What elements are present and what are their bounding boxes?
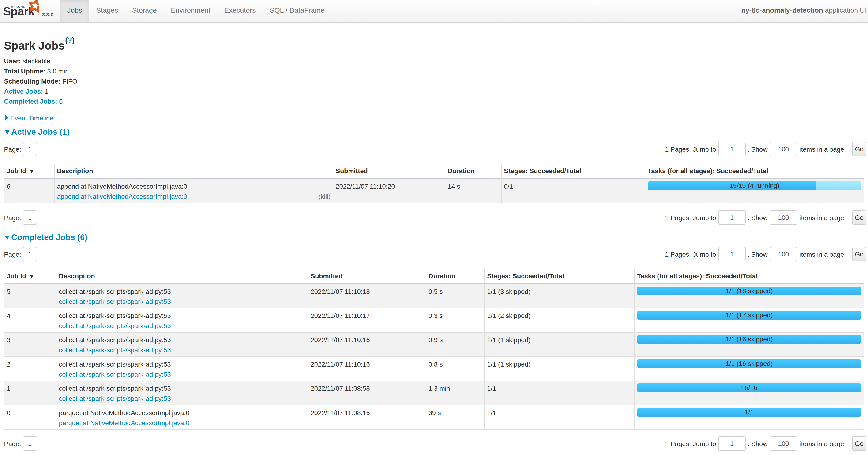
svg-text:Spark: Spark: [3, 5, 35, 18]
svg-text:TM: TM: [37, 14, 39, 16]
